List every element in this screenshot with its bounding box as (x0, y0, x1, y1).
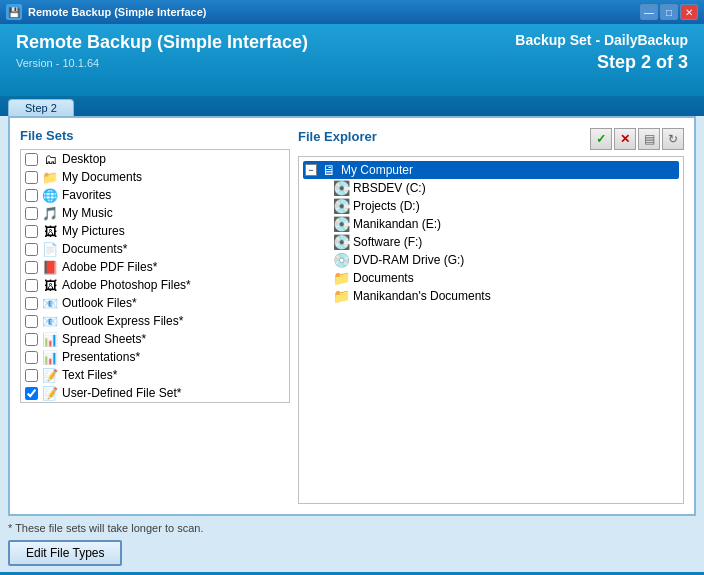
tree-item[interactable]: 💽Projects (D:) (315, 197, 679, 215)
file-set-item[interactable]: 🌐Favorites (21, 186, 289, 204)
note-text: * These file sets will take longer to sc… (8, 522, 696, 534)
tree-item-icon: 📁 (333, 288, 349, 304)
file-set-checkbox[interactable] (25, 207, 38, 220)
file-set-icon: 📄 (42, 241, 58, 257)
maximize-button[interactable]: □ (660, 4, 678, 20)
file-set-label: Outlook Express Files* (62, 314, 183, 328)
file-set-icon: 📕 (42, 259, 58, 275)
file-set-item[interactable]: 📧Outlook Files* (21, 294, 289, 312)
file-set-icon: 📧 (42, 295, 58, 311)
file-set-label: Desktop (62, 152, 106, 166)
tree-item-icon: 💽 (333, 198, 349, 214)
file-set-checkbox[interactable] (25, 243, 38, 256)
file-set-item[interactable]: 🎵My Music (21, 204, 289, 222)
title-bar: 💾 Remote Backup (Simple Interface) — □ ✕ (0, 0, 704, 24)
file-set-label: Outlook Files* (62, 296, 137, 310)
tree-item[interactable]: 💽RBSDEV (C:) (315, 179, 679, 197)
tree-item[interactable]: −🖥My Computer (303, 161, 679, 179)
check-all-button[interactable]: ✓ (590, 128, 612, 150)
tree-item[interactable]: 💿DVD-RAM Drive (G:) (315, 251, 679, 269)
file-set-checkbox[interactable] (25, 315, 38, 328)
file-set-checkbox[interactable] (25, 351, 38, 364)
tree-item[interactable]: 📁Documents (315, 269, 679, 287)
file-set-checkbox[interactable] (25, 387, 38, 400)
file-set-item[interactable]: 📁My Documents (21, 168, 289, 186)
file-set-checkbox[interactable] (25, 279, 38, 292)
step2-tab[interactable]: Step 2 (8, 99, 74, 116)
file-set-label: Adobe PDF Files* (62, 260, 157, 274)
tree-item[interactable]: 💽Manikandan (E:) (315, 215, 679, 233)
file-set-label: My Music (62, 206, 113, 220)
file-set-item[interactable]: 🖼Adobe Photoshop Files* (21, 276, 289, 294)
tree-item-icon: 🖥 (321, 162, 337, 178)
file-set-checkbox[interactable] (25, 297, 38, 310)
expander-placeholder (317, 236, 329, 248)
file-set-item[interactable]: 🗂Desktop (21, 150, 289, 168)
file-set-label: Documents* (62, 242, 127, 256)
tree-item-icon: 💿 (333, 252, 349, 268)
fe-header-row: File Explorer ✓ ✕ ▤ ↻ (298, 128, 684, 150)
minimize-button[interactable]: — (640, 4, 658, 20)
tree-item-icon: 💽 (333, 180, 349, 196)
file-set-item[interactable]: 📧Outlook Express Files* (21, 312, 289, 330)
tab-area: Step 2 (0, 96, 704, 116)
file-set-icon: 📊 (42, 349, 58, 365)
file-set-item[interactable]: 🖼My Pictures (21, 222, 289, 240)
backup-set-label: Backup Set - DailyBackup (515, 32, 688, 48)
file-set-label: Presentations* (62, 350, 140, 364)
tree-item-label: Projects (D:) (353, 199, 420, 213)
file-set-label: User-Defined File Set* (62, 386, 181, 400)
file-set-checkbox[interactable] (25, 189, 38, 202)
expander-placeholder (317, 290, 329, 302)
collapse-icon[interactable]: − (305, 164, 317, 176)
file-set-item[interactable]: 📝User-Defined File Set* (21, 384, 289, 402)
file-set-icon: 🖼 (42, 223, 58, 239)
file-set-checkbox[interactable] (25, 225, 38, 238)
file-set-item[interactable]: 📝Text Files* (21, 366, 289, 384)
file-set-checkbox[interactable] (25, 261, 38, 274)
header-left: Remote Backup (Simple Interface) Version… (16, 32, 308, 69)
header-right: Backup Set - DailyBackup Step 2 of 3 (515, 32, 688, 73)
file-explorer-tree: −🖥My Computer💽RBSDEV (C:)💽Projects (D:)💽… (298, 156, 684, 504)
bottom-area: * These file sets will take longer to sc… (8, 516, 696, 570)
file-set-label: Spread Sheets* (62, 332, 146, 346)
file-set-checkbox[interactable] (25, 171, 38, 184)
expander-placeholder (317, 272, 329, 284)
expand-button[interactable]: ▤ (638, 128, 660, 150)
tree-item-label: My Computer (341, 163, 413, 177)
file-set-icon: 📧 (42, 313, 58, 329)
file-set-item[interactable]: 📊Spread Sheets* (21, 330, 289, 348)
expander-placeholder (317, 200, 329, 212)
file-set-item[interactable]: 📊Presentations* (21, 348, 289, 366)
file-set-checkbox[interactable] (25, 369, 38, 382)
expander-placeholder (317, 218, 329, 230)
file-explorer-section: File Explorer ✓ ✕ ▤ ↻ −🖥My Computer💽RBSD… (298, 128, 684, 504)
file-set-label: My Documents (62, 170, 142, 184)
close-button[interactable]: ✕ (680, 4, 698, 20)
file-set-label: Adobe Photoshop Files* (62, 278, 191, 292)
file-set-icon: 🌐 (42, 187, 58, 203)
refresh-button[interactable]: ↻ (662, 128, 684, 150)
uncheck-all-button[interactable]: ✕ (614, 128, 636, 150)
tree-item-label: Manikandan's Documents (353, 289, 491, 303)
tree-item[interactable]: 📁Manikandan's Documents (315, 287, 679, 305)
file-set-item[interactable]: 📕Adobe PDF Files* (21, 258, 289, 276)
tree-item-icon: 📁 (333, 270, 349, 286)
tree-item-label: Documents (353, 271, 414, 285)
title-bar-left: 💾 Remote Backup (Simple Interface) (6, 4, 207, 20)
panels: File Sets 🗂Desktop📁My Documents🌐Favorite… (20, 128, 684, 504)
file-set-checkbox[interactable] (25, 153, 38, 166)
step-label: Step 2 of 3 (515, 52, 688, 73)
tree-item-label: Manikandan (E:) (353, 217, 441, 231)
file-set-icon: 🗂 (42, 151, 58, 167)
file-set-checkbox[interactable] (25, 333, 38, 346)
file-set-item[interactable]: 📄Documents* (21, 240, 289, 258)
file-set-icon: 📝 (42, 367, 58, 383)
fe-toolbar: ✓ ✕ ▤ ↻ (590, 128, 684, 150)
expander-placeholder (317, 254, 329, 266)
file-set-icon: 🎵 (42, 205, 58, 221)
edit-file-types-button[interactable]: Edit File Types (8, 540, 122, 566)
app-icon: 💾 (6, 4, 22, 20)
tree-item[interactable]: 💽Software (F:) (315, 233, 679, 251)
title-bar-controls: — □ ✕ (640, 4, 698, 20)
